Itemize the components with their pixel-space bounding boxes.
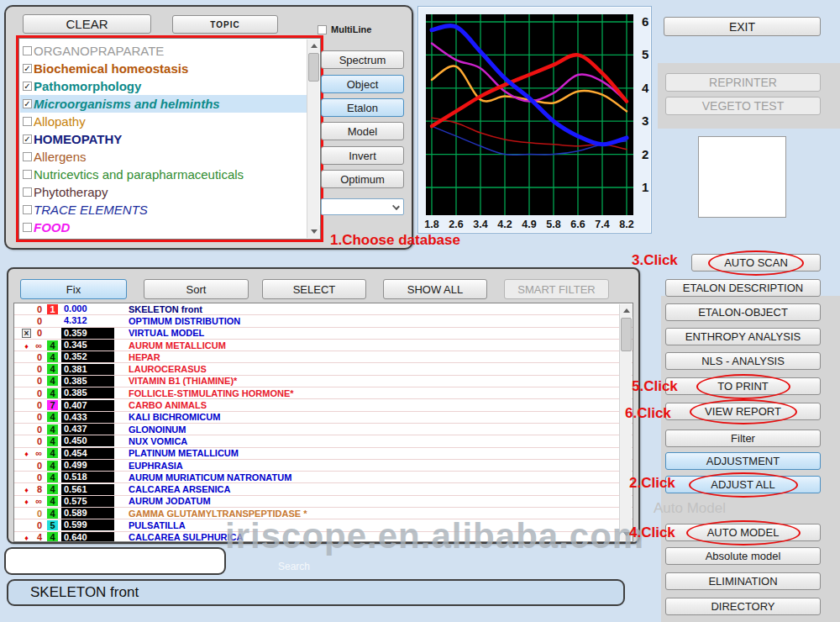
- diamond-marker-icon: ♦: [24, 486, 29, 494]
- auto-model-button[interactable]: AUTO MODEL: [665, 524, 821, 541]
- multiline-checkbox[interactable]: MultiLine: [318, 24, 371, 34]
- database-item-phytotherapy[interactable]: Phytotherapy: [20, 183, 307, 201]
- table-row[interactable]: 040.381LAUROCERASUS: [14, 363, 633, 375]
- checkbox-icon[interactable]: [23, 152, 32, 161]
- checkbox-icon[interactable]: [23, 223, 32, 232]
- invert-button[interactable]: Invert: [321, 146, 404, 165]
- database-item-allergens[interactable]: Allergens: [20, 148, 307, 166]
- scrollbar-thumb[interactable]: [308, 53, 319, 82]
- checkbox-icon[interactable]: [318, 25, 327, 34]
- absolute-model-button[interactable]: Absolute model: [665, 547, 821, 565]
- table-row[interactable]: 010.000SKELETON front: [14, 303, 633, 315]
- checkbox-checked-icon[interactable]: ✓: [23, 99, 32, 108]
- table-row[interactable]: 070.407CARBO ANIMALS: [14, 399, 633, 411]
- checkbox-checked-icon[interactable]: ✓: [23, 64, 32, 73]
- elimination-button[interactable]: ELIMINATION: [665, 572, 821, 590]
- scroll-down-icon[interactable]: [307, 225, 320, 238]
- results-scrollbar[interactable]: [619, 304, 632, 540]
- database-item-biochemical-homeostasis[interactable]: ✓Biochemical homeostasis: [20, 60, 307, 77]
- table-row[interactable]: 040.352HEPAR: [14, 351, 633, 363]
- table-row[interactable]: 040.499EUPHRASIA: [14, 460, 633, 472]
- row-badge: 4: [47, 509, 58, 519]
- database-item-nutricevtics-and-parapharmaceuticals[interactable]: Nutricevtics and parapharmaceuticals: [20, 166, 307, 183]
- scroll-up-icon[interactable]: [307, 40, 320, 52]
- table-row[interactable]: 040.518AURUM MURIATICUM NATRONATUM: [14, 472, 633, 483]
- database-item-pathomorphology[interactable]: ✓Pathomorphology: [20, 77, 307, 95]
- table-row[interactable]: 040.385VITAMIN B1 (THIAMINE)*: [14, 376, 633, 387]
- table-row[interactable]: 040.385FOLLICLE-STIMULATING HORMONE*: [14, 387, 633, 399]
- auto-scan-button[interactable]: AUTO SCAN: [691, 254, 821, 271]
- row-badge: 7: [47, 400, 58, 410]
- row-count: 0: [32, 412, 42, 422]
- table-row[interactable]: ♦840.561CALCAREA ARSENICA: [14, 483, 633, 495]
- database-item-organopraparate[interactable]: ORGANOPRAPARATE: [20, 42, 307, 60]
- search-input[interactable]: [4, 547, 226, 575]
- topic-button[interactable]: TOPIC: [172, 15, 278, 34]
- x-tick-label: 4.2: [497, 219, 512, 230]
- database-item-label: Allergens: [34, 150, 87, 164]
- etalon-object-button[interactable]: ETALON-OBJECT: [665, 303, 821, 321]
- table-row[interactable]: ×00.359VIRTUAL MODEL: [14, 328, 633, 340]
- database-item-trace-elements[interactable]: TRACE ELEMENTS: [20, 201, 307, 219]
- checkbox-checked-icon[interactable]: ✓: [23, 134, 32, 144]
- table-row[interactable]: 040.433KALI BICHROMICUM: [14, 412, 633, 424]
- row-name: CALCAREA ARSENICA: [129, 484, 230, 494]
- table-row[interactable]: ♦∞40.345AURUM METALLICUM: [14, 340, 633, 351]
- exit-button[interactable]: EXIT: [664, 17, 821, 36]
- checkbox-icon[interactable]: [23, 117, 32, 126]
- row-count: 0: [32, 436, 42, 446]
- nls-analysis-button[interactable]: NLS - ANALYSIS: [665, 352, 821, 370]
- y-tick-label: 4: [642, 81, 649, 95]
- adjust-all-button[interactable]: ADJUST ALL: [665, 476, 821, 493]
- checkbox-icon[interactable]: [23, 46, 32, 55]
- etalon-description-button[interactable]: ETALON DESCRIPTION: [665, 279, 821, 297]
- preview-box: [698, 136, 786, 218]
- scroll-up-icon[interactable]: [620, 304, 633, 317]
- row-name: VIRTUAL MODEL: [129, 328, 204, 338]
- selected-item-bar: SKELETON front: [7, 579, 625, 606]
- x-tick-label: 2.6: [449, 219, 463, 230]
- clear-button[interactable]: CLEAR: [23, 14, 151, 34]
- show-all-button[interactable]: SHOW ALL: [383, 279, 487, 299]
- database-item-homeopathy[interactable]: ✓HOMEOPATHY: [20, 130, 307, 148]
- checkbox-icon[interactable]: [23, 187, 32, 197]
- view-dropdown[interactable]: [321, 198, 404, 215]
- checkbox-icon[interactable]: [23, 205, 32, 214]
- table-row[interactable]: 040.450NUX VOMICA: [14, 435, 633, 447]
- model-button[interactable]: Model: [321, 122, 404, 140]
- spectrum-button[interactable]: Spectrum: [321, 50, 404, 69]
- adjustment-button[interactable]: ADJUSTMENT: [665, 452, 821, 470]
- filter-button[interactable]: Filter: [665, 430, 821, 447]
- row-name: PLATINUM METALLICUM: [129, 448, 239, 458]
- row-badge: 4: [47, 364, 58, 374]
- database-item-allopathy[interactable]: Allopathy: [20, 113, 307, 130]
- directory-button[interactable]: DIRECTORY: [665, 598, 821, 615]
- row-name: AURUM METALLICUM: [129, 340, 226, 351]
- view-report-button[interactable]: VIEW REPORT: [665, 403, 821, 420]
- database-item-microorganisms-and-helminths[interactable]: ✓Microorganisms and helminths: [20, 95, 307, 113]
- object-button[interactable]: Object: [321, 75, 404, 93]
- scrollbar-thumb[interactable]: [621, 318, 632, 351]
- to-print-button[interactable]: TO PRINT: [665, 377, 821, 395]
- database-item-food[interactable]: FOOD: [20, 219, 307, 236]
- row-value: 0.518: [61, 472, 114, 482]
- etalon-button[interactable]: Etalon: [321, 98, 404, 117]
- row-badge: 4: [47, 388, 58, 398]
- database-list[interactable]: ORGANOPRAPARATE✓Biochemical homeostasis✓…: [18, 38, 321, 240]
- checkbox-icon[interactable]: [23, 170, 32, 179]
- checkbox-checked-icon[interactable]: ✓: [23, 82, 32, 91]
- fix-button[interactable]: Fix: [20, 279, 127, 299]
- results-table[interactable]: 010.000SKELETON front04.312OPTIMUM DISTR…: [13, 303, 633, 542]
- table-row[interactable]: ♦∞40.575AURUM JODATUM: [14, 496, 633, 508]
- row-value: 0.359: [61, 328, 114, 339]
- table-row[interactable]: 04.312OPTIMUM DISTRIBUTION: [14, 315, 633, 327]
- database-list-scrollbar[interactable]: [307, 40, 319, 238]
- spectrum-chart: 6543211.82.63.44.24.95.86.67.48.2: [418, 7, 653, 235]
- optimum-button[interactable]: Optimum: [321, 170, 404, 188]
- select-button[interactable]: SELECT: [262, 279, 366, 299]
- table-row[interactable]: ♦∞40.454PLATINUM METALLICUM: [14, 448, 633, 460]
- table-row[interactable]: 040.437GLONOINUM: [14, 424, 633, 435]
- enthropy-analysis-button[interactable]: ENTHROPY ANALYSIS: [665, 328, 821, 345]
- row-count: 0: [32, 509, 42, 519]
- sort-button[interactable]: Sort: [144, 279, 249, 299]
